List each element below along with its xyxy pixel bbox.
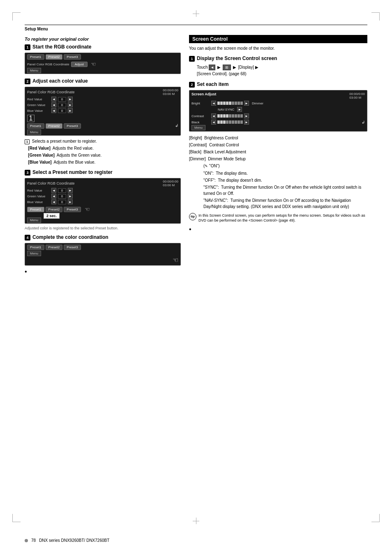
- number-icon: 1: [27, 115, 35, 122]
- sync-label: "SYNC":: [203, 185, 220, 190]
- desc-contrast: [Contrast] Contrast Control: [189, 142, 367, 148]
- s2-preset3-btn[interactable]: Preset3: [64, 123, 81, 129]
- s3-touch-icon[interactable]: ☜: [85, 206, 90, 213]
- s4-preset3-btn[interactable]: Preset3: [64, 245, 81, 250]
- desc-red: [Red Value] Adjusts the Red value.: [25, 145, 181, 151]
- preset2-btn[interactable]: Preset2: [46, 54, 63, 60]
- step-4-num: 4: [25, 235, 30, 240]
- green-right-btn[interactable]: ►: [68, 102, 73, 107]
- screen-3: Panel Color RGB Coordinate 00:00/0:0003:…: [25, 178, 181, 224]
- right-intro: You can adjust the screen mode of the mo…: [189, 46, 367, 51]
- s4-preset1-btn[interactable]: Preset1: [27, 245, 44, 250]
- step-2-title: Adjust each color value: [32, 78, 88, 84]
- bright-label: Bright: [191, 102, 210, 105]
- blue-value-display: 0: [58, 109, 66, 113]
- desc-nav-sync: "NAV-SYNC": Turning the Dimmer function …: [203, 197, 367, 210]
- bright-bracket: [Bright]: [189, 136, 203, 140]
- s3-green-left[interactable]: ◄: [51, 194, 56, 199]
- red-right-btn[interactable]: ►: [68, 97, 73, 102]
- contrast-right[interactable]: ►: [244, 113, 249, 118]
- right-step-2-num: 2: [189, 82, 195, 88]
- nav-sync-right[interactable]: ►: [237, 107, 242, 112]
- right-bullet: •: [189, 226, 367, 233]
- on-text: The display dims.: [216, 171, 248, 176]
- step-4-heading: 4 Complete the color coordination: [25, 234, 181, 240]
- menu-btn-4[interactable]: Menu: [27, 251, 41, 256]
- footer-series: DNX series DNX9260BT/ DNX7260BT: [39, 538, 109, 543]
- contrast-bracket: [Contrast]: [189, 143, 208, 147]
- nav-btn-back[interactable]: ◄: [209, 65, 215, 70]
- s3-red-left[interactable]: ◄: [51, 188, 56, 193]
- s4-preset2-btn[interactable]: Preset2: [46, 245, 63, 250]
- preset1-btn[interactable]: Preset1: [27, 54, 44, 60]
- right-step-1-num: 1: [189, 56, 195, 62]
- screen2-time: 00:00/0:0003:00 M: [163, 88, 178, 96]
- step-2-num: 2: [25, 79, 30, 84]
- s3-red-right[interactable]: ►: [68, 188, 73, 193]
- red-left-btn[interactable]: ◄: [51, 97, 56, 102]
- green-value-display: 0: [58, 103, 66, 107]
- step-1-heading: 1 Start the RGB coordinate: [25, 44, 181, 50]
- menu-btn-1[interactable]: Menu: [27, 68, 41, 73]
- page-footer: 78 DNX series DNX9260BT/ DNX7260BT: [25, 538, 367, 543]
- center-mark-bottom: [193, 518, 199, 524]
- sync-text: Turning the Dimmer function On or Off wh…: [203, 185, 361, 196]
- bright-left[interactable]: ◄: [211, 101, 216, 106]
- two-sec-badge: 2 sec.: [44, 213, 60, 219]
- sa-menu-btn[interactable]: Menu: [191, 125, 205, 130]
- right-step2-desc: [Bright] Brightness Control [Contrast] C…: [189, 135, 367, 210]
- screen2-title: Panel Color RGB Coordinate: [27, 90, 75, 94]
- dimmer-bracket: [Dimmer]: [189, 157, 207, 161]
- step3-note: Adjusted color is registered to the sele…: [25, 226, 181, 230]
- tip-icon: tip: [189, 213, 196, 220]
- desc-num1: 1 Selects a preset number to register.: [25, 138, 181, 144]
- contrast-bar: [217, 114, 243, 118]
- contrast-left[interactable]: ◄: [211, 113, 216, 118]
- desc-blue-text: Adjusts the Blue value.: [54, 160, 96, 164]
- s4-hand-icon: ☜: [173, 257, 178, 264]
- note-text: In this Screen Control screen, you can p…: [198, 213, 367, 223]
- menu-btn-2[interactable]: Menu: [27, 130, 41, 135]
- screen-2: Panel Color RGB Coordinate 00:00/0:0003:…: [25, 87, 181, 136]
- s3-green-right[interactable]: ►: [68, 194, 73, 199]
- screen-1: Preset1 Preset2 Preset3 Panel Color RGB …: [25, 53, 181, 74]
- blue-right-btn[interactable]: ►: [68, 108, 73, 113]
- s3-preset1-btn[interactable]: Preset1: [27, 207, 44, 212]
- note-box: tip In this Screen Control screen, you c…: [189, 213, 367, 223]
- nav-btn-img[interactable]: ⊞: [223, 65, 231, 70]
- s3-preset2-btn[interactable]: Preset2: [46, 207, 63, 212]
- bright-right[interactable]: ►: [244, 101, 249, 106]
- s3-blue-left[interactable]: ◄: [51, 199, 56, 204]
- s3-preset3-btn[interactable]: Preset3: [64, 207, 81, 212]
- bright-desc-text: Brightness Control: [204, 136, 238, 140]
- screen-control-header: Screen Control: [189, 35, 367, 43]
- touch-instruction: Touch ◄ ▶ ⊞ ▶ [Display] ▶ [Screen Contro…: [197, 64, 367, 77]
- s2-preset1-btn[interactable]: Preset1: [27, 123, 44, 129]
- off-text: The display doesn't dim.: [218, 178, 262, 183]
- green-left-btn[interactable]: ◄: [51, 102, 56, 107]
- crop-mark-br: [371, 514, 380, 522]
- touch-icon-1[interactable]: ☜: [91, 61, 96, 67]
- adjust-btn[interactable]: Adjust: [71, 62, 88, 67]
- left-section-title: To register your original color: [25, 37, 181, 42]
- s3-blue-val: 0: [58, 200, 66, 204]
- black-bar: [217, 120, 243, 124]
- s3-green-label: Green Value: [27, 194, 50, 198]
- desc-num1-text: Selects a preset number to register.: [32, 139, 97, 143]
- step-3-title: Select a Preset number to register: [32, 169, 113, 175]
- right-column: Screen Control You can adjust the screen…: [189, 35, 367, 275]
- red-value-display: 0: [58, 97, 66, 102]
- left-column: To register your original color 1 Start …: [25, 35, 181, 275]
- preset3-btn[interactable]: Preset3: [64, 54, 81, 60]
- s3-blue-right[interactable]: ►: [68, 199, 73, 204]
- blue-left-btn[interactable]: ◄: [51, 108, 56, 113]
- left-bullet-note: •: [25, 268, 181, 275]
- black-left[interactable]: ◄: [211, 120, 216, 125]
- footer-page-num: 78: [31, 538, 36, 543]
- black-bracket: [Black]: [189, 150, 203, 154]
- menu-btn-3[interactable]: Menu: [27, 217, 41, 223]
- black-right[interactable]: ►: [244, 120, 249, 125]
- nav-sync-bracket: "NAV-SYNC":: [203, 198, 229, 203]
- right-step-2-heading: 2 Set each item: [189, 81, 367, 88]
- s2-preset2-btn[interactable]: Preset2: [46, 123, 63, 129]
